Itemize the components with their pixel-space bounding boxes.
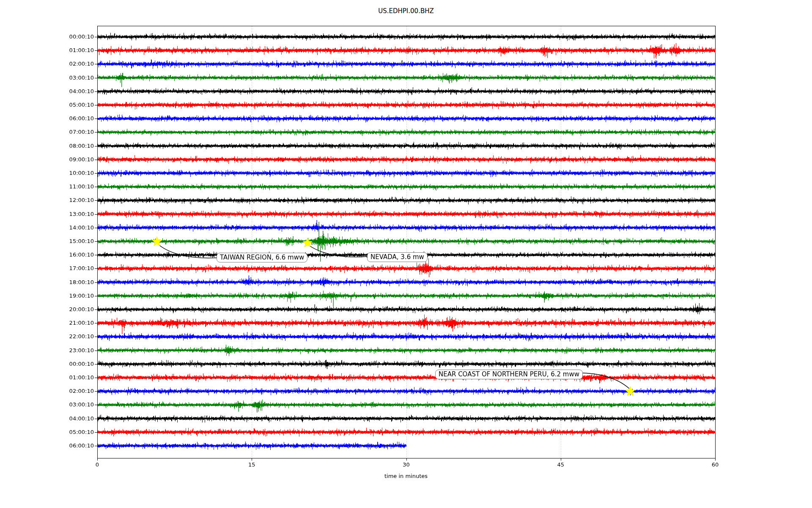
figure-window: { "title": "US.EDHPI.00.BHZ", "x_axis": … [0,0,812,508]
event-star-nevada [303,238,313,247]
event-annotation-peru: NEAR COAST OF NORTHERN PERU, 6.2 mww [435,370,583,379]
event-annotation-nevada: NEVADA, 3.6 mw [367,252,428,262]
event-star-peru [625,387,635,396]
event-annotation-taiwan: TAIWAN REGION, 6.6 mww [217,253,307,262]
event-leader-nevada [309,246,367,257]
event-star-taiwan [152,237,162,246]
event-leader-taiwan [159,245,217,258]
